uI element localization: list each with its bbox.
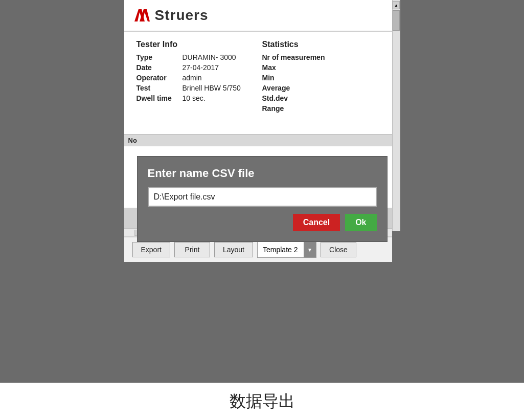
label-test: Test bbox=[136, 84, 183, 92]
tester-info-section: Tester Info Type DURAMIN- 3000 Date 27-0… bbox=[136, 40, 258, 115]
csv-filename-input[interactable] bbox=[148, 187, 377, 207]
template-dropdown-arrow[interactable]: ▼ bbox=[304, 242, 316, 257]
stat-row-max: Max bbox=[262, 63, 380, 72]
info-row-test: Test Brinell HBW 5/750 bbox=[136, 84, 250, 92]
value-date: 27-04-2017 bbox=[183, 63, 219, 72]
layout-button[interactable]: Layout bbox=[214, 242, 253, 257]
info-row-type: Type DURAMIN- 3000 bbox=[136, 53, 250, 61]
value-operator: admin bbox=[183, 74, 202, 82]
table-col-no: No bbox=[128, 137, 137, 144]
modal-buttons: Cancel Ok bbox=[148, 214, 377, 231]
value-test: Brinell HBW 5/750 bbox=[183, 84, 241, 92]
scroll-up-arrow[interactable]: ▲ bbox=[393, 1, 400, 9]
info-row-operator: Operator admin bbox=[136, 74, 250, 82]
app-header: Struers bbox=[124, 0, 392, 32]
statistics-title: Statistics bbox=[262, 40, 380, 49]
tester-info-title: Tester Info bbox=[136, 40, 250, 49]
stat-label-avg: Average bbox=[262, 84, 308, 92]
close-button[interactable]: Close bbox=[321, 242, 356, 257]
vert-scroll-thumb[interactable] bbox=[393, 10, 400, 31]
logo-text: Struers bbox=[155, 7, 209, 24]
print-button[interactable]: Print bbox=[174, 242, 210, 257]
label-date: Date bbox=[136, 63, 183, 72]
caption-area: 数据导出 bbox=[0, 383, 524, 420]
csv-export-dialog: Enter name CSV file Cancel Ok bbox=[137, 156, 388, 242]
label-dwell: Dwell time bbox=[136, 94, 183, 102]
value-type: DURAMIN- 3000 bbox=[183, 53, 236, 61]
table-header: No bbox=[124, 134, 392, 146]
cancel-button[interactable]: Cancel bbox=[293, 214, 340, 231]
app-window: Struers Tester Info Type DURAMIN- 3000 D… bbox=[124, 0, 400, 262]
statistics-section: Statistics Nr of measuremen Max Min Aver… bbox=[258, 40, 380, 115]
info-row-date: Date 27-04-2017 bbox=[136, 63, 250, 72]
info-area: Tester Info Type DURAMIN- 3000 Date 27-0… bbox=[124, 32, 392, 134]
logo: Struers bbox=[132, 6, 209, 25]
template-dropdown[interactable]: Template 2 ▼ bbox=[257, 241, 316, 258]
label-type: Type bbox=[136, 53, 183, 61]
stat-label-stddev: Std.dev bbox=[262, 94, 308, 102]
stat-row-avg: Average bbox=[262, 84, 380, 92]
ok-button[interactable]: Ok bbox=[345, 214, 376, 231]
modal-title: Enter name CSV file bbox=[148, 167, 377, 180]
vertical-scrollbar[interactable]: ▲ bbox=[392, 0, 400, 231]
stat-label-min: Min bbox=[262, 74, 308, 82]
template-label: Template 2 bbox=[258, 243, 304, 256]
label-operator: Operator bbox=[136, 74, 183, 82]
caption-text: 数据导出 bbox=[230, 392, 295, 410]
stat-label-max: Max bbox=[262, 63, 308, 72]
stat-row-nr: Nr of measuremen bbox=[262, 53, 380, 61]
export-button[interactable]: Export bbox=[132, 242, 170, 257]
value-dwell: 10 sec. bbox=[183, 94, 206, 102]
struers-logo-icon bbox=[132, 6, 151, 25]
info-row-dwell: Dwell time 10 sec. bbox=[136, 94, 250, 102]
stat-label-range: Range bbox=[262, 104, 308, 113]
stat-label-nr: Nr of measuremen bbox=[262, 53, 325, 61]
stat-row-stddev: Std.dev bbox=[262, 94, 380, 102]
stat-row-range: Range bbox=[262, 104, 380, 113]
stat-row-min: Min bbox=[262, 74, 380, 82]
